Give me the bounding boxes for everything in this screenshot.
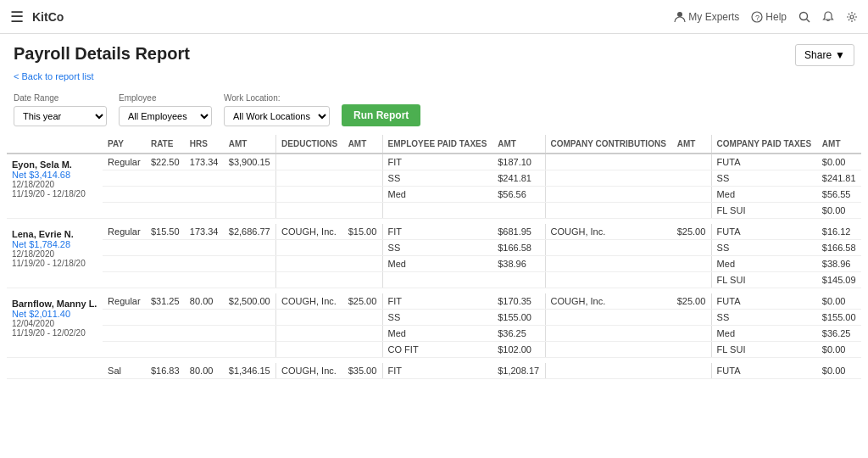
- deduction-cell: [276, 326, 343, 342]
- deduction-cell: [276, 310, 343, 326]
- deduction-cell: [276, 342, 343, 358]
- company-tax-cell: SS: [711, 240, 817, 256]
- pay-cell: Regular: [103, 224, 146, 240]
- col-emp-amt: AMT: [492, 135, 545, 154]
- table-row: SS$241.81SS$241.81: [7, 170, 861, 187]
- tax-amt-cell: $0.00: [817, 203, 861, 219]
- employee-net[interactable]: Net $1,784.28: [12, 239, 97, 249]
- contrib-amt-cell: [672, 272, 711, 288]
- table-row: CO FIT$102.00FL SUI$0.00: [7, 342, 861, 358]
- table-row: Barnflow, Manny L. Net $2,011.40 12/04/2…: [7, 293, 861, 310]
- table-row: SS$166.58SS$166.58: [7, 240, 861, 256]
- employee-date2: 11/19/20 - 12/18/20: [12, 189, 97, 198]
- rate-cell: $31.25: [146, 293, 185, 310]
- contrib-cell: [545, 154, 672, 170]
- deduction-cell: [276, 256, 343, 272]
- table-row: FL SUI$145.09: [7, 272, 861, 288]
- ded-amt-cell: $35.00: [343, 363, 382, 379]
- hamburger-icon[interactable]: ☰: [10, 8, 24, 26]
- col-contrib-amt: AMT: [672, 135, 711, 154]
- emp-tax-cell: FIT: [382, 224, 492, 240]
- hrs-cell: [185, 256, 224, 272]
- company-tax-cell: Med: [711, 187, 817, 203]
- emp-amt-cell: $102.00: [492, 342, 545, 358]
- table-row: Med$36.25Med$36.25: [7, 326, 861, 342]
- rate-cell: [146, 203, 185, 219]
- contrib-cell: [545, 187, 672, 203]
- work-location-select[interactable]: All Work Locations: [224, 106, 330, 126]
- search-icon[interactable]: [798, 11, 810, 23]
- amt-cell: [224, 272, 276, 288]
- tax-amt-cell: $241.81: [817, 170, 861, 187]
- deduction-cell: COUGH, Inc.: [276, 224, 343, 240]
- back-link[interactable]: < Back to report list: [0, 71, 868, 88]
- table-row: Lena, Evrie N. Net $1,784.28 12/18/2020 …: [7, 224, 861, 240]
- amt-cell: $3,900.15: [224, 154, 276, 170]
- emp-amt-cell: $38.96: [492, 256, 545, 272]
- col-tax-amt: AMT: [817, 135, 861, 154]
- date-range-select[interactable]: This year: [14, 106, 107, 126]
- amt-cell: [224, 170, 276, 187]
- hrs-cell: [185, 326, 224, 342]
- work-location-label: Work Location:: [224, 93, 330, 103]
- col-pay: PAY: [103, 135, 146, 154]
- employee-date2: 11/19/20 - 12/18/20: [12, 259, 97, 268]
- employee-net[interactable]: Net $2,011.40: [12, 309, 97, 319]
- nav-left: ☰ KitCo: [10, 8, 64, 26]
- employee-date2: 11/19/20 - 12/02/20: [12, 328, 97, 338]
- table-row: Eyon, Sela M. Net $3,414.68 12/18/2020 1…: [7, 154, 861, 170]
- col-amt: AMT: [224, 135, 276, 154]
- my-experts-nav[interactable]: My Experts: [674, 11, 739, 23]
- contrib-amt-cell: [672, 310, 711, 326]
- bell-icon[interactable]: [822, 11, 834, 23]
- contrib-amt-cell: [672, 203, 711, 219]
- contrib-cell: [545, 310, 672, 326]
- hrs-cell: [185, 170, 224, 187]
- chevron-down-icon: ▼: [835, 49, 845, 61]
- contrib-amt-cell: [672, 170, 711, 187]
- contrib-cell: [545, 326, 672, 342]
- report-table-wrap: PAY RATE HRS AMT DEDUCTIONS AMT EMPLOYEE…: [0, 135, 868, 379]
- contrib-cell: COUGH, Inc.: [545, 224, 672, 240]
- hrs-cell: [185, 272, 224, 288]
- settings-icon[interactable]: [846, 11, 858, 23]
- pay-cell: Regular: [103, 154, 146, 170]
- pay-cell: [103, 342, 146, 358]
- filters-bar: Date Range This year Employee All Employ…: [0, 88, 868, 135]
- company-tax-cell: FL SUI: [711, 272, 817, 288]
- employee-select[interactable]: All Employees: [119, 106, 212, 126]
- tax-amt-cell: $0.00: [817, 363, 861, 379]
- company-tax-cell: FL SUI: [711, 203, 817, 219]
- contrib-cell: [545, 256, 672, 272]
- share-button[interactable]: Share ▼: [795, 44, 854, 66]
- emp-tax-cell: Med: [382, 326, 492, 342]
- ded-amt-cell: [343, 256, 382, 272]
- emp-amt-cell: $1,208.17: [492, 363, 545, 379]
- deduction-cell: [276, 170, 343, 187]
- ded-amt-cell: [343, 170, 382, 187]
- rate-cell: [146, 170, 185, 187]
- run-report-button[interactable]: Run Report: [342, 104, 420, 126]
- svg-line-4: [807, 19, 810, 22]
- hrs-cell: [185, 342, 224, 358]
- tax-amt-cell: $145.09: [817, 272, 861, 288]
- emp-tax-cell: SS: [382, 240, 492, 256]
- emp-amt-cell: [492, 203, 545, 219]
- help-nav[interactable]: ? Help: [751, 11, 787, 23]
- emp-tax-cell: SS: [382, 170, 492, 187]
- ded-amt-cell: [343, 310, 382, 326]
- emp-tax-cell: SS: [382, 310, 492, 326]
- emp-tax-cell: Med: [382, 187, 492, 203]
- person-icon: [674, 11, 686, 23]
- emp-amt-cell: $241.81: [492, 170, 545, 187]
- rate-cell: [146, 272, 185, 288]
- emp-amt-cell: $681.95: [492, 224, 545, 240]
- tax-amt-cell: $38.96: [817, 256, 861, 272]
- col-deductions: DEDUCTIONS: [276, 135, 343, 154]
- ded-amt-cell: [343, 342, 382, 358]
- employee-net[interactable]: Net $3,414.68: [12, 170, 97, 180]
- contrib-cell: [545, 363, 672, 379]
- table-row: Med$38.96Med$38.96: [7, 256, 861, 272]
- emp-amt-cell: $187.10: [492, 154, 545, 170]
- pay-cell: [103, 326, 146, 342]
